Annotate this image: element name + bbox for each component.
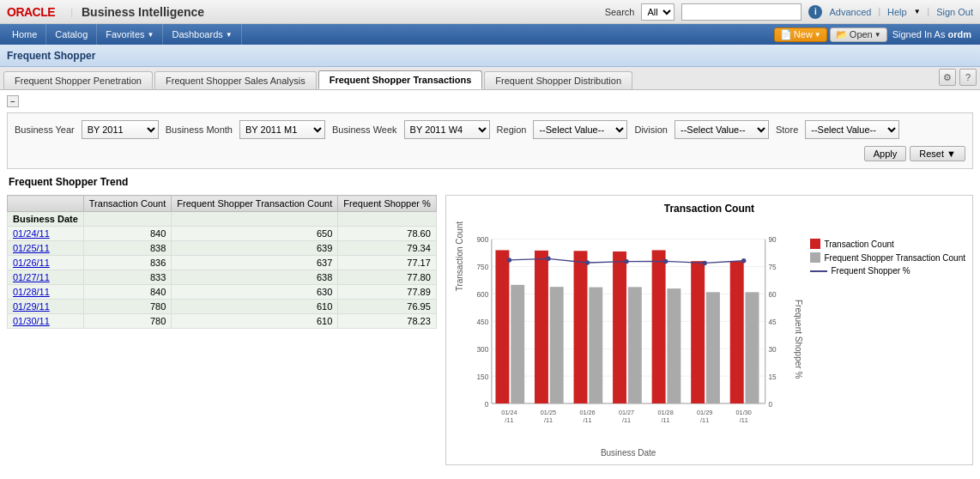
svg-text:450: 450 <box>476 318 488 326</box>
date-cell[interactable]: 01/29/11 <box>8 300 84 314</box>
new-button[interactable]: 📄 New ▼ <box>774 27 827 42</box>
tab-settings-icon[interactable]: ⚙ <box>939 69 956 86</box>
svg-point-52 <box>506 258 511 262</box>
open-button[interactable]: 📂 Open ▼ <box>830 27 887 42</box>
svg-text:/11: /11 <box>622 416 631 424</box>
app-header-title: Frequent Shopper <box>7 50 95 62</box>
division-label: Division <box>634 124 668 135</box>
dashboards-arrow: ▼ <box>226 31 233 39</box>
table-row: 01/26/11 836 637 77.17 <box>8 256 437 270</box>
fsp-cell: 77.17 <box>338 256 437 270</box>
chart-left: Transaction Count <box>453 221 464 458</box>
collapse-toggle[interactable]: − <box>7 95 19 107</box>
chart-legend: Transaction Count Frequent Shopper Trans… <box>803 221 965 458</box>
svg-rect-36 <box>613 252 626 403</box>
col-subheader-fstc <box>172 212 338 227</box>
date-cell[interactable]: 01/28/11 <box>8 285 84 300</box>
nav-favorites-label: Favorites <box>106 29 144 39</box>
legend-fsp: Frequent Shopper % <box>810 266 965 276</box>
table-row: 01/24/11 840 650 78.60 <box>8 227 437 241</box>
fstc-cell: 638 <box>172 270 338 285</box>
svg-point-54 <box>585 260 590 264</box>
svg-text:/11: /11 <box>544 416 553 424</box>
search-type-select[interactable]: All <box>641 3 675 21</box>
nav-favorites[interactable]: Favorites ▼ <box>97 24 163 45</box>
search-label: Search <box>605 7 635 17</box>
reset-button[interactable]: Reset ▼ <box>910 146 965 161</box>
business-week-select[interactable]: BY 2011 W4 <box>404 120 490 139</box>
division-select[interactable]: --Select Value-- <box>675 120 769 139</box>
apply-button[interactable]: Apply <box>864 146 907 161</box>
date-cell[interactable]: 01/27/11 <box>8 270 84 285</box>
business-year-label: Business Year <box>15 124 75 135</box>
main-layout: Transaction Count Frequent Shopper Trans… <box>7 195 973 465</box>
table-row: 01/27/11 833 638 77.80 <box>8 270 437 285</box>
col-header-fstc: Frequent Shopper Transaction Count <box>172 196 338 212</box>
date-cell[interactable]: 01/25/11 <box>8 241 84 256</box>
svg-rect-41 <box>667 288 681 403</box>
info-icon[interactable]: i <box>808 5 822 19</box>
bi-title: Business Intelligence <box>82 5 204 19</box>
new-arrow: ▼ <box>814 31 821 39</box>
search-input[interactable] <box>681 3 802 21</box>
svg-rect-45 <box>706 292 720 403</box>
section-title: Frequent Shopper Trend <box>7 176 973 188</box>
x-axis-label: Business Date <box>464 448 793 458</box>
fsp-cell: 77.80 <box>338 270 437 285</box>
region-label: Region <box>497 124 527 135</box>
fstc-cell: 639 <box>172 241 338 256</box>
fsp-cell: 79.34 <box>338 241 437 256</box>
date-cell[interactable]: 01/26/11 <box>8 256 84 270</box>
svg-text:01/30: 01/30 <box>735 409 751 416</box>
business-month-label: Business Month <box>166 124 233 135</box>
date-cell[interactable]: 01/24/11 <box>8 227 84 241</box>
data-table: Transaction Count Frequent Shopper Trans… <box>7 195 437 329</box>
svg-text:01/27: 01/27 <box>619 409 634 416</box>
date-cell[interactable]: 01/30/11 <box>8 314 84 329</box>
fsp-cell: 78.60 <box>338 227 437 241</box>
divider-v2: | <box>928 7 930 16</box>
legend-fsp-label: Frequent Shopper % <box>831 266 910 276</box>
signout-link[interactable]: Sign Out <box>936 7 973 17</box>
svg-rect-28 <box>535 251 548 403</box>
tab-distribution[interactable]: Frequent Shopper Distribution <box>484 71 632 89</box>
advanced-link[interactable]: Advanced <box>829 7 871 17</box>
legend-tc-box <box>810 239 820 249</box>
divider-v: | <box>878 7 880 16</box>
content-area: − Business Year BY 2011 Business Month B… <box>0 90 980 470</box>
business-month-select[interactable]: BY 2011 M1 <box>239 120 325 139</box>
svg-rect-40 <box>651 250 665 403</box>
oracle-text: ORACLE <box>7 5 55 19</box>
tc-cell: 840 <box>83 285 171 300</box>
tab-help-icon[interactable]: ? <box>959 69 977 86</box>
region-select[interactable]: --Select Value-- <box>533 120 627 139</box>
svg-point-55 <box>624 259 628 264</box>
y-right-label: Frequent Shopper % <box>792 221 803 458</box>
oracle-logo: ORACLE <box>7 5 55 19</box>
table-row: 01/30/11 780 610 78.23 <box>8 314 437 329</box>
nav-dashboards[interactable]: Dashboards ▼ <box>163 24 241 45</box>
col-header-fsp: Frequent Shopper % <box>338 196 437 212</box>
tab-sales-analysis[interactable]: Frequent Shopper Sales Analysis <box>154 71 317 89</box>
tab-transactions[interactable]: Frequent Shopper Transactions <box>318 70 483 89</box>
chart-main: 0015015300304504560060750759009001/24/11… <box>464 221 793 458</box>
svg-point-57 <box>702 261 706 265</box>
svg-rect-25 <box>511 285 524 403</box>
svg-rect-49 <box>745 292 759 403</box>
table-row: 01/25/11 838 639 79.34 <box>8 241 437 256</box>
signed-in-label: Signed In As ordm <box>887 29 977 39</box>
svg-text:150: 150 <box>476 373 488 381</box>
tab-penetration[interactable]: Frequent Shopper Penetration <box>3 71 153 89</box>
nav-catalog[interactable]: Catalog <box>46 24 97 45</box>
tab-icons: ⚙ ? <box>939 69 980 89</box>
logo-divider: | <box>70 7 73 17</box>
col-subheader-date: Business Date <box>8 212 84 227</box>
help-link[interactable]: Help <box>887 7 907 17</box>
store-select[interactable]: --Select Value-- <box>805 120 899 139</box>
fsp-cell: 76.95 <box>338 300 437 314</box>
business-year-select[interactable]: BY 2011 <box>82 120 159 139</box>
store-label: Store <box>776 124 798 135</box>
nav-home[interactable]: Home <box>3 24 46 45</box>
legend-tc-label: Transaction Count <box>824 240 893 249</box>
svg-text:/11: /11 <box>700 416 709 424</box>
